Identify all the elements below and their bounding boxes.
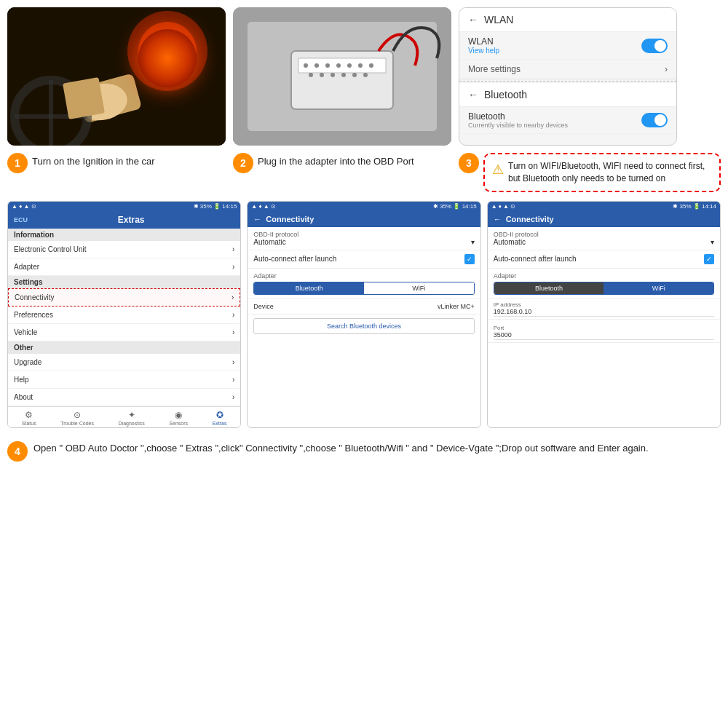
info-section-header: Information — [8, 229, 240, 241]
trouble-nav-label: Trouble Codes — [60, 421, 94, 426]
protocol-dropdown-icon-wifi: ▾ — [711, 238, 714, 246]
step4-circle: 4 — [7, 441, 28, 462]
bluetooth-tab-wifi[interactable]: Bluetooth — [494, 282, 604, 294]
wlan-toggle[interactable] — [641, 39, 668, 53]
ip-address-value[interactable]: 192.168.0.10 — [494, 308, 714, 317]
preferences-menu-label: Preferences — [14, 311, 53, 319]
ecu-menu-label: Electronic Control Unit — [14, 245, 86, 253]
step3-warning-box: ⚠ Turn on WIFI/Bluetooth, WIFI need to c… — [483, 153, 721, 192]
preferences-menu-item[interactable]: Preferences › — [8, 306, 240, 324]
wlan-title: WLAN — [484, 14, 513, 25]
about-chevron: › — [232, 393, 234, 401]
wlan-more-settings-row: More settings › — [459, 60, 676, 79]
svg-point-4 — [157, 40, 178, 62]
nav-sensors[interactable]: ◉ Sensors — [169, 410, 188, 426]
auto-connect-label-wifi: Auto-connect after launch — [494, 255, 577, 263]
obd-port-photo — [233, 7, 451, 146]
adapter-menu-label: Adapter — [14, 263, 39, 271]
svg-point-27 — [363, 73, 368, 77]
phone3-signal: ▲ ♦ ▲ ⊙ — [491, 203, 516, 210]
auto-connect-row-wifi: Auto-connect after launch ✓ — [488, 250, 720, 269]
phone-screens-row: ▲ ♦ ▲ ⊙ ✱ 35% 🔋 14:15 ECU Extras Informa… — [7, 201, 721, 428]
connectivity-wifi-back[interactable]: ← — [494, 215, 502, 223]
phone2-signal: ▲ ♦ ▲ ⊙ — [251, 203, 276, 210]
step1-circle: 1 — [7, 153, 28, 173]
top-images-row: ← WLAN WLAN View help More settings › ← … — [7, 7, 721, 146]
protocol-label-wifi: OBD-II protocol — [494, 231, 714, 238]
sensors-nav-label: Sensors — [169, 421, 188, 426]
nav-diagnostics[interactable]: ✦ Diagnostics — [119, 410, 145, 426]
status-nav-label: Status — [22, 421, 36, 426]
step3-circle: 3 — [459, 153, 479, 173]
port-value[interactable]: 35000 — [494, 331, 714, 340]
upgrade-menu-label: Upgrade — [14, 358, 41, 366]
svg-point-3 — [147, 31, 188, 71]
diagnostics-nav-icon: ✦ — [128, 410, 135, 420]
svg-point-21 — [369, 63, 373, 68]
vehicle-menu-label: Vehicle — [14, 328, 37, 336]
wifi-tab-bt[interactable]: WiFi — [364, 282, 474, 294]
svg-point-26 — [352, 73, 357, 77]
status-nav-icon: ⚙ — [25, 410, 33, 420]
step2-text: Plug in the adapter into the OBD Port — [258, 153, 414, 168]
connectivity-menu-item[interactable]: Connectivity › — [8, 288, 240, 306]
auto-connect-checkbox-bt[interactable]: ✓ — [464, 254, 475, 264]
nav-status[interactable]: ⚙ Status — [22, 410, 36, 426]
step3-warning-text: Turn on WIFI/Bluetooth, WIFI need to con… — [508, 160, 712, 185]
phone3-status-bar: ▲ ♦ ▲ ⊙ ✱ 35% 🔋 14:14 — [488, 202, 720, 211]
help-menu-item[interactable]: Help › — [8, 371, 240, 389]
connectivity-bt-back[interactable]: ← — [253, 215, 261, 223]
upgrade-menu-item[interactable]: Upgrade › — [8, 354, 240, 371]
vehicle-menu-item[interactable]: Vehicle › — [8, 324, 240, 341]
warning-triangle-icon: ⚠ — [492, 162, 504, 178]
sensors-nav-icon: ◉ — [175, 410, 182, 420]
svg-point-17 — [325, 63, 330, 68]
bt-header: ← Bluetooth — [459, 83, 676, 107]
protocol-dropdown-icon: ▾ — [471, 238, 475, 246]
section-divider — [459, 81, 676, 82]
bt-label-group: Bluetooth Currently visible to nearby de… — [468, 111, 568, 129]
bt-label: Bluetooth — [468, 111, 568, 122]
connectivity-chevron: › — [232, 293, 234, 301]
port-label: Port — [494, 325, 714, 331]
about-menu-item[interactable]: About › — [8, 389, 240, 406]
protocol-value-wifi: Automatic — [494, 238, 526, 246]
extras-title: Extras — [118, 215, 145, 225]
wlan-more-chevron: › — [665, 64, 668, 74]
adapter-section-bt: Adapter Bluetooth WiFi — [248, 269, 480, 299]
nav-extras[interactable]: ✪ Extras — [213, 410, 227, 426]
bluetooth-tab-bt[interactable]: Bluetooth — [254, 282, 364, 294]
wlan-toggle-row: WLAN View help — [459, 32, 676, 60]
wifi-tab-wifi[interactable]: WiFi — [604, 282, 713, 294]
search-bluetooth-btn[interactable]: Search Bluetooth devices — [253, 318, 474, 334]
ecu-chevron: › — [232, 245, 234, 253]
phone1-status-bar: ▲ ♦ ▲ ⊙ ✱ 35% 🔋 14:15 — [8, 202, 240, 211]
adapter-label-wifi: Adapter — [494, 272, 714, 280]
svg-point-25 — [341, 73, 346, 77]
ecu-dropdown[interactable]: ECU — [14, 216, 28, 223]
wlan-header: ← WLAN — [459, 8, 676, 32]
svg-point-2 — [138, 22, 197, 80]
phone1-signal: ▲ ♦ ▲ ⊙ — [12, 203, 36, 210]
adapter-tabs-bt: Bluetooth WiFi — [253, 282, 474, 295]
other-section-header: Other — [8, 341, 240, 354]
adapter-label-bt: Adapter — [253, 272, 474, 280]
bt-toggle[interactable] — [641, 113, 668, 127]
adapter-section-wifi: Adapter Bluetooth WiFi — [488, 269, 720, 299]
adapter-menu-item[interactable]: Adapter › — [8, 258, 240, 276]
bt-toggle-row: Bluetooth Currently visible to nearby de… — [459, 107, 676, 134]
adapter-tabs-wifi: Bluetooth WiFi — [494, 282, 714, 295]
wlan-view-help: View help — [468, 47, 499, 55]
protocol-value-row-bt: Automatic ▾ — [253, 238, 474, 246]
svg-point-22 — [309, 73, 313, 77]
nav-trouble[interactable]: ⊙ Trouble Codes — [60, 410, 94, 426]
step4-row: 4 Open " OBD Auto Doctor ",choose " Extr… — [7, 437, 721, 466]
step1-area: 1 Turn on the Ignition in the car — [7, 153, 226, 173]
auto-connect-label-bt: Auto-connect after launch — [253, 255, 336, 263]
svg-point-5 — [163, 47, 172, 55]
ecu-menu-item[interactable]: Electronic Control Unit › — [8, 241, 240, 258]
wlan-bt-settings-photo: ← WLAN WLAN View help More settings › ← … — [459, 7, 677, 146]
auto-connect-checkbox-wifi[interactable]: ✓ — [704, 254, 714, 264]
phone1-bottom-nav: ⚙ Status ⊙ Trouble Codes ✦ Diagnostics ◉… — [8, 406, 240, 427]
connectivity-wifi-title: Connectivity — [506, 215, 554, 223]
